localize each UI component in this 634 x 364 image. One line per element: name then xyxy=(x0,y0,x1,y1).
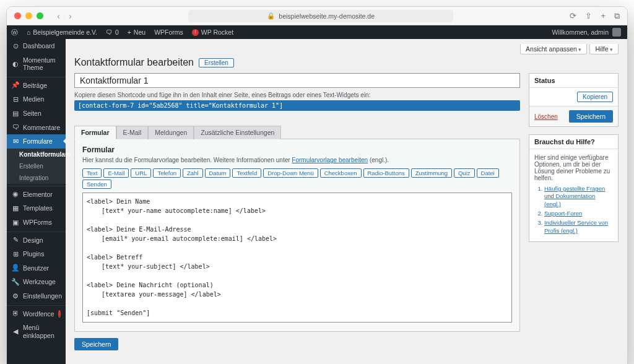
sidebar-collapse[interactable]: ◀Menü einklappen xyxy=(7,321,66,342)
url-text: beispielwebseite.my-demosite.de xyxy=(279,12,375,20)
save-button[interactable]: Speichern xyxy=(74,338,118,350)
sidebar-sub-integration[interactable]: Integration xyxy=(7,172,66,184)
wrench-icon: 🔧 xyxy=(12,279,19,286)
sidebar-item-tools[interactable]: 🔧Werkzeuge xyxy=(7,275,66,289)
tab-form[interactable]: Formular xyxy=(74,126,116,139)
site-name-link[interactable]: ⌂Beispielgemeinde e.V. xyxy=(22,25,102,39)
tag-radio[interactable]: Radio-Buttons xyxy=(363,168,409,178)
screen-options-button[interactable]: Ansicht anpassen xyxy=(520,44,587,54)
page-icon: ▤ xyxy=(12,110,19,117)
tab-mail[interactable]: E-Mail xyxy=(116,126,149,139)
browser-window: ‹ › 🔒 beispielwebseite.my-demosite.de ⟳ … xyxy=(6,6,628,364)
tag-date[interactable]: Datum xyxy=(205,168,231,178)
tag-dropdown[interactable]: Drop-Down Menü xyxy=(263,168,318,178)
tabs-icon[interactable]: ⧉ xyxy=(614,11,620,21)
wpforms-icon: ▣ xyxy=(12,219,19,226)
sidebar-item-users[interactable]: 👤Benutzer xyxy=(7,261,66,275)
wp-rocket-link[interactable]: !WP Rocket xyxy=(188,25,238,39)
help-button[interactable]: Hilfe xyxy=(589,44,619,54)
help-link-pro[interactable]: Individueller Service von Profis (engl.) xyxy=(544,219,613,235)
tag-tel[interactable]: Telefon xyxy=(153,168,181,178)
tag-url[interactable]: URL xyxy=(131,168,151,178)
add-new-button[interactable]: Erstellen xyxy=(199,58,234,67)
nav-arrows: ‹ › xyxy=(57,11,72,21)
back-icon[interactable]: ‹ xyxy=(57,11,60,21)
template-doc-link[interactable]: Formularvorlage bearbeiten xyxy=(292,157,368,163)
panel-description: Hier kannst du die Formularvorlage bearb… xyxy=(82,157,512,163)
sidebar-item-settings[interactable]: ⚙Einstellungen xyxy=(7,289,66,303)
user-icon: 👤 xyxy=(12,264,19,272)
sidebar-item-templates[interactable]: ▦Templates xyxy=(7,201,66,215)
shield-icon: ⛨ xyxy=(12,310,19,318)
panel-title: Formular xyxy=(82,145,512,154)
brush-icon: ✎ xyxy=(12,236,19,244)
delete-link[interactable]: Löschen xyxy=(534,113,558,120)
sidebar-item-elementor[interactable]: ◉Elementor xyxy=(7,186,66,202)
dashboard-icon: ⊙ xyxy=(12,42,19,50)
share-icon[interactable]: ⇧ xyxy=(585,11,592,21)
save-button-side[interactable]: Speichern xyxy=(569,110,613,123)
minimize-icon[interactable] xyxy=(25,12,32,19)
sidebar-item-wpforms[interactable]: ▣WPForms xyxy=(7,215,66,230)
elementor-icon: ◉ xyxy=(12,191,19,198)
wp-admin-bar: ⓦ ⌂Beispielgemeinde e.V. 🗨0 +Neu WPForms… xyxy=(7,25,627,39)
tag-quiz[interactable]: Quiz xyxy=(454,168,475,178)
sidebar-item-comments[interactable]: 🗨Kommentare xyxy=(7,121,66,135)
form-template-editor[interactable] xyxy=(82,193,512,323)
chrome-toolbar-icons: ⟳ ⇧ + ⧉ xyxy=(570,11,620,21)
page-title: Kontaktformular bearbeiten xyxy=(74,57,194,68)
new-tab-icon[interactable]: + xyxy=(601,11,606,21)
sidebar-item-wordfence[interactable]: ⛨Wordfence xyxy=(7,305,66,321)
screen-meta: Ansicht anpassen Hilfe xyxy=(74,44,619,54)
form-title-input[interactable] xyxy=(74,73,520,88)
sidebar-item-theme[interactable]: ◐Momentum Theme xyxy=(7,53,66,75)
comments-link[interactable]: 🗨0 xyxy=(102,25,123,39)
status-metabox-title: Status xyxy=(529,74,618,88)
sidebar-sub-contactforms[interactable]: Kontaktformulare xyxy=(7,149,66,160)
tag-textarea[interactable]: Textfeld xyxy=(232,168,261,178)
theme-icon: ◐ xyxy=(12,60,19,67)
help-metabox: Brauchst du Hilfe? Hier sind einige verf… xyxy=(529,134,619,242)
refresh-icon[interactable]: ⟳ xyxy=(570,11,576,21)
tab-additional[interactable]: Zusätzliche Einstellungen xyxy=(194,126,281,139)
sidebar-item-design[interactable]: ✎Design xyxy=(7,232,66,248)
wp-logo-icon[interactable]: ⓦ xyxy=(7,25,22,39)
browser-chrome: ‹ › 🔒 beispielwebseite.my-demosite.de ⟳ … xyxy=(7,7,627,25)
home-icon: ⌂ xyxy=(27,25,30,39)
forward-icon[interactable]: › xyxy=(69,11,72,21)
tag-text[interactable]: Text xyxy=(82,168,102,178)
editor-tabs: Formular E-Mail Meldungen Zusätzliche Ei… xyxy=(74,126,520,332)
shortcode-label: Kopiere diesen Shortcode und füge ihn in… xyxy=(74,92,520,98)
help-link-faq[interactable]: Häufig gestellte Fragen und Dokumentatio… xyxy=(544,185,613,208)
tag-submit[interactable]: Senden xyxy=(82,180,111,189)
sidebar-item-dashboard[interactable]: ⊙Dashboard xyxy=(7,39,66,53)
comment-icon: 🗨 xyxy=(12,124,19,131)
copy-button[interactable]: Kopieren xyxy=(577,92,613,102)
sidebar-item-pages[interactable]: ▤Seiten xyxy=(7,106,66,121)
close-icon[interactable] xyxy=(14,12,21,19)
tag-file[interactable]: Datei xyxy=(477,168,499,178)
sidebar-item-forms[interactable]: ✉Formulare xyxy=(7,134,66,149)
maximize-icon[interactable] xyxy=(37,12,43,19)
url-bar[interactable]: 🔒 beispielwebseite.my-demosite.de xyxy=(188,10,453,22)
help-link-support[interactable]: Support-Foren xyxy=(544,210,613,217)
tag-checkboxes[interactable]: Checkboxen xyxy=(320,168,362,178)
tag-number[interactable]: Zahl xyxy=(183,168,202,178)
sidebar-item-posts[interactable]: 📌Beiträge xyxy=(7,77,66,93)
tag-acceptance[interactable]: Zustimmung xyxy=(411,168,452,178)
sidebar-item-plugins[interactable]: ⊞Plugins xyxy=(7,247,66,261)
sidebar-item-media[interactable]: ⊟Medien xyxy=(7,92,66,106)
sidebar-sub-create[interactable]: Erstellen xyxy=(7,160,66,172)
avatar[interactable] xyxy=(612,28,621,37)
media-icon: ⊟ xyxy=(12,96,19,103)
shortcode-box[interactable]: [contact-form-7 id="5ab2568" title="Kont… xyxy=(74,100,520,111)
tag-email[interactable]: E-Mail xyxy=(103,168,129,178)
welcome-text[interactable]: Willkommen, admin xyxy=(552,28,609,36)
tab-messages[interactable]: Meldungen xyxy=(148,126,194,139)
sidebar-submenu-forms: Kontaktformulare Erstellen Integration xyxy=(7,149,66,184)
new-content-link[interactable]: +Neu xyxy=(123,25,150,39)
wpforms-link[interactable]: WPForms xyxy=(150,25,188,39)
window-controls xyxy=(14,12,43,19)
lock-icon: 🔒 xyxy=(267,12,275,20)
templates-icon: ▦ xyxy=(12,205,19,212)
